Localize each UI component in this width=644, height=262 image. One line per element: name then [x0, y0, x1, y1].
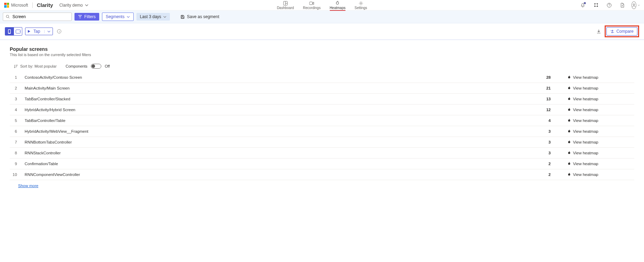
help-button[interactable]	[605, 1, 613, 9]
search-icon	[6, 15, 10, 19]
project-name: Clarity demo	[59, 3, 83, 8]
device-tablet-button[interactable]	[14, 28, 22, 35]
svg-rect-16	[9, 30, 10, 33]
notification-dot-icon	[584, 2, 586, 4]
table-row[interactable]: 2MainActivity/Main Screen21View heatmap	[10, 83, 634, 94]
table-row[interactable]: 4HybridActivity/Hybrid Screen12View heat…	[10, 105, 634, 115]
save-segment-button[interactable]: Save as segment	[177, 13, 223, 21]
view-heatmap-link[interactable]: View heatmap	[567, 97, 631, 101]
view-heatmap-link[interactable]: View heatmap	[567, 140, 631, 144]
show-more-link[interactable]: Show more	[18, 184, 38, 188]
flame-icon	[567, 151, 571, 155]
row-screen-name: MainActivity/Main Screen	[22, 83, 543, 94]
row-index: 3	[10, 94, 22, 105]
row-index: 5	[10, 115, 22, 126]
components-label: Components	[66, 64, 87, 68]
view-heatmap-link[interactable]: View heatmap	[567, 162, 631, 166]
svg-point-6	[597, 3, 598, 4]
account-menu[interactable]	[631, 1, 640, 9]
row-index: 7	[10, 137, 22, 148]
compare-icon	[610, 30, 614, 33]
view-heatmap-link[interactable]: View heatmap	[567, 129, 631, 133]
app-header: Microsoft Clarity Clarity demo Dashboard…	[0, 0, 644, 10]
components-toggle-row: Components Off	[66, 64, 110, 69]
compare-button[interactable]: Compare	[606, 27, 637, 36]
svg-point-11	[6, 15, 9, 17]
flame-icon	[567, 75, 571, 79]
row-index: 9	[10, 159, 22, 169]
nav-settings[interactable]: Settings	[354, 1, 368, 10]
nav-heatmaps[interactable]: Heatmaps	[329, 1, 346, 11]
svg-line-12	[8, 17, 9, 18]
row-screen-name: HybridActivity/Hybrid Screen	[22, 105, 543, 115]
row-count: 12	[543, 105, 565, 115]
project-selector[interactable]: Clarity demo	[59, 3, 88, 8]
filters-button[interactable]: Filters	[74, 13, 99, 21]
nav-recordings[interactable]: Recordings	[302, 1, 321, 10]
view-heatmap-link[interactable]: View heatmap	[567, 108, 631, 112]
row-screen-name: RNNComponentViewController	[22, 169, 543, 180]
flame-icon	[567, 86, 571, 90]
row-count: 13	[543, 94, 565, 105]
flame-icon	[567, 118, 571, 123]
table-row[interactable]: 7RNNBottomTabsController3View heatmap	[10, 137, 634, 148]
flame-icon	[567, 140, 571, 144]
settings-icon	[359, 1, 363, 6]
chevron-down-icon	[44, 30, 50, 33]
row-screen-name: RNNStackController	[22, 148, 543, 159]
chevron-down-icon	[638, 3, 640, 7]
download-button[interactable]	[596, 29, 601, 34]
view-heatmap-link[interactable]: View heatmap	[567, 118, 631, 123]
row-count: 4	[543, 115, 565, 126]
row-screen-name: Confirmation/Table	[22, 159, 543, 169]
row-screen-name: TabBarController/Stacked	[22, 94, 543, 105]
row-index: 2	[10, 83, 22, 94]
nav-dashboard[interactable]: Dashboard	[276, 1, 294, 10]
compare-highlight: Compare	[605, 25, 639, 37]
apps-button[interactable]	[592, 1, 600, 9]
search-input[interactable]	[12, 14, 69, 20]
info-button[interactable]: i	[57, 29, 61, 33]
top-nav: Dashboard Recordings Heatmaps Settings	[276, 0, 368, 10]
device-mobile-button[interactable]	[5, 28, 14, 35]
table-row[interactable]: 10RNNComponentViewController2View heatma…	[10, 169, 634, 180]
row-count: 3	[543, 126, 565, 137]
svg-point-5	[594, 3, 595, 4]
table-row[interactable]: 8RNNStackController3View heatmap	[10, 148, 634, 159]
brand-product: Clarity	[37, 2, 53, 8]
svg-rect-3	[309, 2, 313, 5]
notifications-button[interactable]	[579, 1, 587, 9]
flame-icon	[567, 129, 571, 133]
tablet-icon	[16, 30, 21, 33]
view-heatmap-link[interactable]: View heatmap	[567, 172, 631, 177]
row-count: 2	[543, 159, 565, 169]
microsoft-logo-icon	[4, 3, 9, 8]
sort-icon	[14, 64, 18, 68]
flame-icon	[567, 97, 571, 101]
table-row[interactable]: 6HybridActivity/WebView__Fragment3View h…	[10, 126, 634, 137]
document-icon	[620, 3, 625, 8]
mobile-icon	[8, 29, 11, 34]
view-heatmap-link[interactable]: View heatmap	[567, 151, 631, 155]
screens-table: 1ContosoActivity/Contoso Screen28View he…	[10, 72, 634, 180]
row-screen-name: RNNBottomTabsController	[22, 137, 543, 148]
components-toggle[interactable]	[91, 64, 101, 69]
chevron-down-icon	[163, 15, 166, 18]
table-row[interactable]: 3TabBarController/Stacked13View heatmap	[10, 94, 634, 105]
divider	[32, 2, 33, 8]
dashboard-icon	[283, 1, 288, 6]
row-index: 1	[10, 72, 22, 83]
table-row[interactable]: 5TabBarController/Table4View heatmap	[10, 115, 634, 126]
search-input-wrap[interactable]	[3, 13, 72, 21]
document-button[interactable]	[618, 1, 627, 9]
view-heatmap-link[interactable]: View heatmap	[567, 86, 631, 90]
sort-button[interactable]: Sort by: Most popular	[14, 64, 57, 68]
view-heatmap-link[interactable]: View heatmap	[567, 75, 631, 79]
interaction-type-dropdown[interactable]: Tap	[25, 28, 53, 35]
date-range-dropdown[interactable]: Last 3 days	[136, 13, 170, 21]
components-toggle-state: Off	[105, 64, 110, 68]
table-row[interactable]: 1ContosoActivity/Contoso Screen28View he…	[10, 72, 634, 83]
table-row[interactable]: 9Confirmation/Table2View heatmap	[10, 159, 634, 169]
row-index: 6	[10, 126, 22, 137]
segments-dropdown[interactable]: Segments	[102, 13, 134, 21]
